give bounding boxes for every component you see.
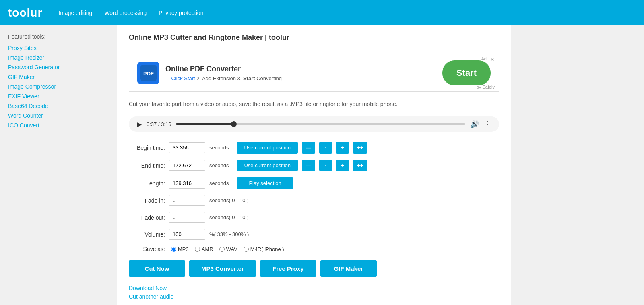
fade-out-row: Fade out: seconds( 0 - 10 ) <box>129 212 499 223</box>
sidebar-featured: Featured tools: Proxy Sites Image Resize… <box>0 25 117 137</box>
download-now-link[interactable]: Download Now <box>129 285 499 291</box>
end-time-unit: seconds <box>209 162 229 168</box>
sidebar-link-base64-decode[interactable]: Base64 Decode <box>8 103 109 109</box>
nav-word-processing[interactable]: Word processing <box>104 10 147 16</box>
left-sidebar: Featured tools: Proxy Sites Image Resize… <box>0 25 117 305</box>
logo[interactable]: toolur <box>8 6 42 19</box>
save-as-m4r[interactable]: M4R( iPhone ) <box>244 246 284 252</box>
progress-bar[interactable] <box>176 123 465 125</box>
begin-time-input[interactable] <box>169 142 205 153</box>
fade-in-unit: seconds( 0 - 10 ) <box>209 197 249 203</box>
sidebar-link-exif-viewer[interactable]: EXIF Viewer <box>8 93 109 100</box>
sidebar-featured-title: Featured tools: <box>8 33 109 40</box>
length-label: Length: <box>129 180 165 187</box>
gif-maker-button[interactable]: GIF Maker <box>320 260 377 277</box>
save-as-radio-group: MP3 AMR WAV M4R( iPhone ) <box>171 246 284 252</box>
total-time: 3:16 <box>161 121 171 127</box>
ad-click-start-link[interactable]: Click Start <box>171 75 195 81</box>
save-as-mp3[interactable]: MP3 <box>171 246 189 252</box>
begin-dec-button[interactable]: - <box>319 142 332 154</box>
sidebar-link-word-counter[interactable]: Word Counter <box>8 112 109 119</box>
page-title-start: Online MP3 Cutter and <box>129 33 208 41</box>
radio-amr[interactable] <box>195 247 200 252</box>
ad-title: Online PDF Converter <box>165 65 436 73</box>
begin-dec-dec-button[interactable]: — <box>302 142 315 154</box>
progress-fill <box>176 123 234 125</box>
audio-player: ▶ 0:37 / 3:16 🔊 ⋮ <box>129 116 499 132</box>
ad-start-button[interactable]: Start <box>442 60 491 85</box>
more-options-icon[interactable]: ⋮ <box>484 120 491 129</box>
volume-row: Volume: %( 33% - 300% ) <box>129 229 499 240</box>
sidebar-link-image-resizer[interactable]: Image Resizer <box>8 54 109 61</box>
sidebar-link-proxy-sites[interactable]: Proxy Sites <box>8 45 109 51</box>
ad-close-icon[interactable]: ✕ <box>490 56 495 63</box>
radio-mp3[interactable] <box>171 247 176 252</box>
end-inc-button[interactable]: + <box>336 160 349 171</box>
nav-image-editing[interactable]: Image editing <box>58 10 92 16</box>
play-selection-button[interactable]: Play selection <box>237 177 293 189</box>
progress-thumb <box>231 121 237 127</box>
nav-privacy-protection[interactable]: Privacy protection <box>159 10 203 16</box>
sidebar-link-image-compressor[interactable]: Image Compressor <box>8 83 109 90</box>
fade-in-input[interactable] <box>169 195 205 206</box>
save-as-amr[interactable]: AMR <box>195 246 213 252</box>
ad-description: 1. Click Start 2. Add Extension 3. Start… <box>165 75 436 81</box>
cut-another-link[interactable]: Cut another audio <box>129 293 499 300</box>
sidebar-link-ico-convert[interactable]: ICO Convert <box>8 122 109 129</box>
begin-use-current-button[interactable]: Use current position <box>237 142 298 154</box>
fade-out-label: Fade out: <box>129 214 165 221</box>
page-title: Online MP3 Cutter and Ringtone Maker | t… <box>129 33 499 46</box>
begin-inc-inc-button[interactable]: ++ <box>353 142 367 154</box>
sidebar-link-password-generator[interactable]: Password Generator <box>8 64 109 71</box>
end-use-current-button[interactable]: Use current position <box>237 160 298 171</box>
action-buttons: Cut Now MP3 Converter Free Proxy GIF Mak… <box>129 260 499 277</box>
ad-icon: PDF <box>137 62 159 84</box>
free-proxy-button[interactable]: Free Proxy <box>260 260 316 277</box>
time-display: 0:37 / 3:16 <box>147 121 171 127</box>
fade-out-input[interactable] <box>169 212 205 223</box>
play-button[interactable]: ▶ <box>137 120 142 128</box>
end-inc-inc-button[interactable]: ++ <box>353 160 367 171</box>
volume-icon[interactable]: 🔊 <box>470 120 479 129</box>
volume-input[interactable] <box>169 229 205 240</box>
mp3-converter-button[interactable]: MP3 Converter <box>189 260 256 277</box>
ad-text: Online PDF Converter 1. Click Start 2. A… <box>165 65 436 81</box>
page-layout: Featured tools: Proxy Sites Image Resize… <box>0 25 644 305</box>
fade-in-row: Fade in: seconds( 0 - 10 ) <box>129 195 499 206</box>
begin-time-unit: seconds <box>209 145 229 151</box>
begin-inc-button[interactable]: + <box>336 142 349 154</box>
fade-in-label: Fade in: <box>129 197 165 204</box>
cut-now-button[interactable]: Cut Now <box>129 260 185 277</box>
header: toolur Image editing Word processing Pri… <box>0 0 644 25</box>
begin-time-row: Begin time: seconds Use current position… <box>129 142 499 154</box>
current-time: 0:37 <box>147 121 157 127</box>
volume-unit: %( 33% - 300% ) <box>209 231 249 237</box>
radio-mp3-label: MP3 <box>178 246 189 252</box>
radio-wav[interactable] <box>219 247 225 252</box>
ad-by-safely: by Safely <box>477 85 495 89</box>
radio-m4r[interactable] <box>244 247 249 252</box>
ad-label: Ad <box>481 56 487 61</box>
begin-time-label: Begin time: <box>129 145 165 151</box>
radio-wav-label: WAV <box>226 246 237 252</box>
page-title-end: | toolur <box>263 33 289 41</box>
save-as-label: Save as: <box>129 246 165 252</box>
end-dec-button[interactable]: - <box>319 160 332 171</box>
sidebar-links: Proxy Sites Image Resizer Password Gener… <box>8 45 109 129</box>
save-as-row: Save as: MP3 AMR WAV M4R( iPhone ) <box>129 246 499 252</box>
footer-links: Download Now Cut another audio <box>129 285 499 300</box>
end-time-row: End time: seconds Use current position —… <box>129 160 499 171</box>
save-as-wav[interactable]: WAV <box>219 246 237 252</box>
end-time-label: End time: <box>129 162 165 169</box>
length-input[interactable] <box>169 178 205 189</box>
main-content: Online MP3 Cutter and Ringtone Maker | t… <box>117 25 511 305</box>
end-dec-dec-button[interactable]: — <box>302 160 315 171</box>
sidebar-link-gif-maker[interactable]: GIF Maker <box>8 74 109 80</box>
right-sidebar <box>511 25 628 305</box>
end-time-input[interactable] <box>169 160 205 171</box>
length-unit: seconds <box>209 180 229 186</box>
page-title-bold: Ringtone Maker <box>208 33 263 41</box>
radio-amr-label: AMR <box>202 246 213 252</box>
fade-out-unit: seconds( 0 - 10 ) <box>209 214 249 220</box>
volume-label: Volume: <box>129 231 165 238</box>
